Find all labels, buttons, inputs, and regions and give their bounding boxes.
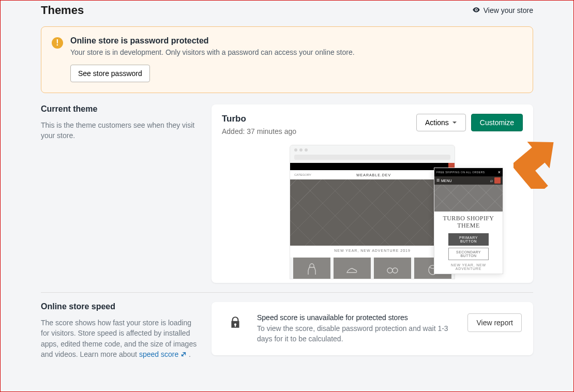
search-icon: ⌕ (490, 178, 493, 183)
view-store-link[interactable]: View your store (472, 6, 533, 16)
cart-icon (494, 177, 501, 184)
svg-point-0 (387, 268, 392, 273)
current-theme-card: Turbo Added: 37 minutes ago Actions Cust… (212, 104, 533, 283)
actions-label: Actions (425, 118, 449, 127)
banner-description: Your store is in development. Only visit… (70, 48, 355, 56)
warning-icon: ! (52, 37, 63, 49)
caret-down-icon (452, 118, 457, 127)
actions-dropdown-button[interactable]: Actions (416, 114, 466, 131)
customize-button[interactable]: Customize (471, 114, 523, 131)
close-icon: × (498, 170, 501, 175)
desktop-preview: CATEGORY WEARABLE.DEV NEW YEAR, NEW ADVE… (290, 145, 455, 279)
speed-heading: Online store speed (41, 302, 201, 311)
lock-icon (223, 313, 248, 329)
mobile-preview: FREE SHIPPING ON ALL ORDERS × ☰ MENU ⌕ (434, 168, 503, 274)
see-store-password-button[interactable]: See store password (70, 65, 150, 82)
mobile-menu-label: MENU (441, 179, 452, 183)
current-theme-description: This is the theme customers see when the… (41, 120, 201, 141)
eye-icon (472, 6, 480, 16)
view-report-button[interactable]: View report (467, 313, 522, 332)
current-theme-heading: Current theme (41, 104, 201, 114)
theme-name: Turbo (222, 114, 296, 124)
theme-preview: CATEGORY WEARABLE.DEV NEW YEAR, NEW ADVE… (222, 145, 523, 279)
mobile-primary-button: PRIMARY BUTTON (448, 233, 489, 246)
svg-point-1 (392, 268, 398, 273)
external-link-icon (180, 350, 187, 356)
mobile-announcement: FREE SHIPPING ON ALL ORDERS (436, 171, 485, 174)
banner-title: Online store is password protected (70, 36, 355, 46)
desktop-preview-tagline: NEW YEAR, NEW ADVENTURE 2019 (290, 249, 455, 252)
page-title: Themes (41, 4, 84, 17)
hamburger-icon: ☰ (436, 178, 440, 183)
speed-card-title: Speed score is unavailable for protected… (257, 313, 458, 322)
speed-description: The score shows how fast your store is l… (41, 318, 201, 359)
desktop-preview-brand: WEARABLE.DEV (356, 173, 391, 177)
speed-card-description: To view the score, disable password prot… (257, 324, 458, 344)
speed-card: Speed score is unavailable for protected… (212, 302, 533, 355)
speed-score-link[interactable]: speed score (139, 350, 187, 358)
section-divider (41, 292, 533, 293)
view-store-label: View your store (484, 6, 533, 14)
mobile-secondary-button: SECONDARY BUTTON (448, 248, 489, 260)
mobile-tagline: NEW YEAR, NEW ADVENTURE (437, 263, 500, 270)
theme-added-text: Added: 37 minutes ago (222, 127, 296, 135)
password-banner: ! Online store is password protected You… (41, 26, 533, 93)
mobile-heading: TURBO SHOPIFY THEME (437, 215, 500, 230)
